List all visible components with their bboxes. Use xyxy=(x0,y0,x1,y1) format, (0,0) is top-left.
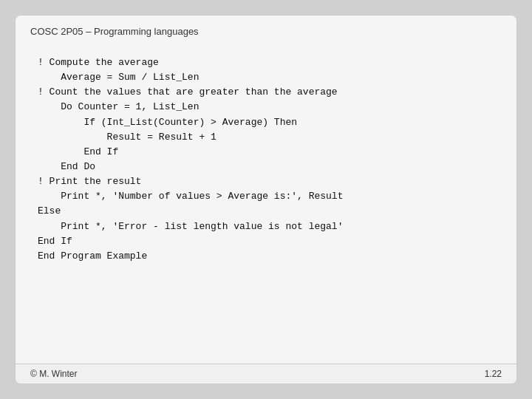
slide-footer: © M. Winter 1.22 xyxy=(16,364,516,383)
slide: COSC 2P05 – Programming languages ! Comp… xyxy=(15,15,517,384)
slide-content: ! Compute the average Average = Sum / Li… xyxy=(16,44,516,364)
footer-copyright: © M. Winter xyxy=(30,369,78,379)
footer-page-number: 1.22 xyxy=(485,369,502,379)
slide-title: COSC 2P05 – Programming languages xyxy=(30,26,199,37)
code-block: ! Compute the average Average = Sum / Li… xyxy=(38,55,494,264)
slide-header: COSC 2P05 – Programming languages xyxy=(16,16,516,44)
